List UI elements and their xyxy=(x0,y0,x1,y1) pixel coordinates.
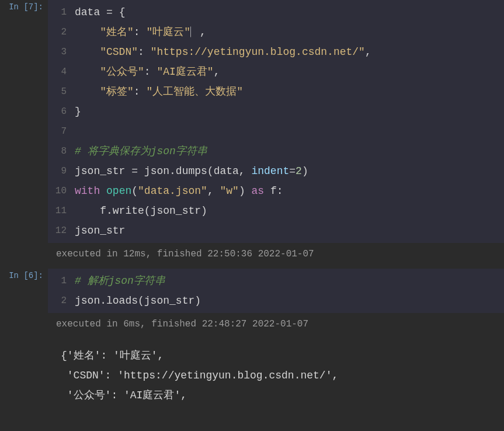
output-line: 'CSDN': 'https://yetingyun.blog.csdn.net… xyxy=(61,366,491,385)
code-line[interactable]: } xyxy=(75,102,499,121)
code-cell: In [7]: 1 2 3 4 5 6 7 8 9 10 11 12 data … xyxy=(0,0,504,243)
output-line: {'姓名': '叶庭云', xyxy=(61,346,491,366)
code-line[interactable]: with open("data.json", "w") as f: xyxy=(75,181,499,201)
code-cell: In [6]: 1 2 # 解析json字符串 json.loads(json_… xyxy=(0,269,504,313)
cell-prompt: In [6]: xyxy=(0,269,48,313)
text-cursor-icon: ⎸ xyxy=(190,26,200,38)
line-gutter: 1 2 xyxy=(48,269,72,313)
code-line[interactable]: json_str xyxy=(75,221,499,241)
line-gutter: 1 2 3 4 5 6 7 8 9 10 11 12 xyxy=(48,0,72,243)
code-line[interactable]: "标签": "人工智能、大数据" xyxy=(75,82,499,102)
code-area[interactable]: 1 2 3 4 5 6 7 8 9 10 11 12 data = { "姓名"… xyxy=(48,0,504,243)
code-line[interactable]: "姓名": "叶庭云"⎸, xyxy=(75,22,499,42)
cell-prompt: In [7]: xyxy=(0,0,48,243)
output-line: '公众号': 'AI庭云君', xyxy=(61,385,491,405)
code-line[interactable]: data = { xyxy=(75,2,499,22)
execution-status: executed in 12ms, finished 22:50:36 2022… xyxy=(48,243,504,265)
code-area[interactable]: 1 2 # 解析json字符串 json.loads(json_str) xyxy=(48,269,504,313)
cell-output: {'姓名': '叶庭云', 'CSDN': 'https://yetingyun… xyxy=(48,335,504,411)
code-line[interactable]: # 将字典保存为json字符串 xyxy=(75,141,499,161)
code-editor[interactable]: # 解析json字符串 json.loads(json_str) xyxy=(72,269,504,313)
code-line[interactable]: json.loads(json_str) xyxy=(75,291,499,311)
code-line[interactable] xyxy=(75,121,499,141)
code-line[interactable]: "公众号": "AI庭云君", xyxy=(75,62,499,82)
code-line[interactable]: f.write(json_str) xyxy=(75,201,499,221)
code-line[interactable]: # 解析json字符串 xyxy=(75,271,499,291)
code-line[interactable]: "CSDN": "https://yetingyun.blog.csdn.net… xyxy=(75,42,499,62)
execution-status: executed in 6ms, finished 22:48:27 2022-… xyxy=(48,313,504,335)
code-line[interactable]: json_str = json.dumps(data, indent=2) xyxy=(75,161,499,181)
code-editor[interactable]: data = { "姓名": "叶庭云"⎸, "CSDN": "https://… xyxy=(72,0,504,243)
